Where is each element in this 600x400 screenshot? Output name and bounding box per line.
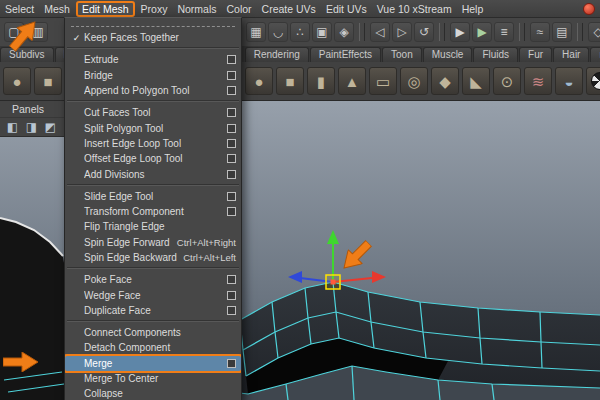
- snap-to-curves-icon[interactable]: ◡: [268, 22, 288, 42]
- shelf-poly-torus-icon[interactable]: ◎: [400, 67, 428, 95]
- menu-bar-corner-icon[interactable]: [583, 3, 595, 15]
- layout-top-pane-icon[interactable]: ◩: [43, 121, 58, 133]
- ipr-render-icon[interactable]: ▶: [472, 22, 492, 42]
- shelf-poly-soccer-icon[interactable]: ◒: [555, 67, 583, 95]
- texture-view-icon[interactable]: ▤: [552, 22, 572, 42]
- menu-item-bridge[interactable]: Bridge: [65, 68, 241, 83]
- option-box-icon[interactable]: [227, 359, 236, 368]
- menu-item-spin-edge-forward[interactable]: Spin Edge ForwardCtrl+Alt+Right: [65, 235, 241, 250]
- option-box-icon[interactable]: [227, 170, 236, 179]
- construction-history-icon[interactable]: ↺: [414, 22, 434, 42]
- toolbar-grip[interactable]: [439, 23, 445, 41]
- menu-item-cut-faces-tool[interactable]: Cut Faces Tool: [65, 105, 241, 120]
- option-box-icon[interactable]: [227, 86, 236, 95]
- menu-bar-item-help[interactable]: Help: [457, 2, 489, 16]
- shelf-poly-sphere-icon[interactable]: ●: [3, 67, 31, 95]
- paint-effects-icon[interactable]: ≈: [530, 22, 550, 42]
- menu-item-split-polygon-tool[interactable]: Split Polygon Tool: [65, 120, 241, 135]
- menu-bar-item-create-uvs[interactable]: Create UVs: [257, 2, 321, 16]
- shelf-tab-painteffects[interactable]: PaintEffects: [310, 47, 381, 62]
- menu-bar-item-edit-mesh[interactable]: Edit Mesh: [76, 1, 135, 17]
- menu-item-keep-faces-together[interactable]: ✓Keep Faces Together: [65, 30, 241, 45]
- menu-bar-item-select[interactable]: Select: [0, 2, 39, 16]
- input-connections-icon[interactable]: ◁: [370, 22, 390, 42]
- option-box-icon[interactable]: [227, 124, 236, 133]
- menu-item-transform-component[interactable]: Transform Component: [65, 204, 241, 219]
- shelf-tab-muscle[interactable]: Muscle: [423, 47, 473, 62]
- menu-item-poke-face[interactable]: Poke Face: [65, 272, 241, 287]
- shelf-poly-pyramid-icon[interactable]: ◣: [462, 67, 490, 95]
- menu-item-spin-edge-backward[interactable]: Spin Edge BackwardCtrl+Alt+Left: [65, 250, 241, 265]
- shelf-checker-sphere-icon[interactable]: [586, 67, 600, 95]
- option-box-icon[interactable]: [227, 291, 236, 300]
- layout-two-pane-icon[interactable]: ◨: [24, 121, 39, 133]
- menu-item-wedge-face[interactable]: Wedge Face: [65, 287, 241, 302]
- menu-item-label: Poke Face: [84, 274, 221, 285]
- menu-bar-item-vue-10-xstream[interactable]: Vue 10 xStream: [372, 2, 457, 16]
- menu-item-flip-triangle-edge[interactable]: Flip Triangle Edge: [65, 219, 241, 234]
- shelf-poly-pipe-icon[interactable]: ⊙: [493, 67, 521, 95]
- toolbar-grip[interactable]: [359, 23, 365, 41]
- option-box-icon[interactable]: [227, 275, 236, 284]
- option-box-icon[interactable]: [227, 108, 236, 117]
- shelf-tab-ncloth[interactable]: nCloth: [590, 47, 600, 62]
- menu-item-detach-component[interactable]: Detach Component: [65, 340, 241, 355]
- render-settings-icon[interactable]: ≡: [494, 22, 514, 42]
- menu-item-add-divisions[interactable]: Add Divisions: [65, 166, 241, 181]
- toolbox-icon[interactable]: ◇: [588, 22, 600, 42]
- menu-bar-item-mesh[interactable]: Mesh: [39, 2, 75, 16]
- shelf-poly-plane-icon[interactable]: ▭: [369, 67, 397, 95]
- menu-item-slide-edge-tool[interactable]: Slide Edge Tool: [65, 189, 241, 204]
- menu-item-offset-edge-loop-tool[interactable]: Offset Edge Loop Tool: [65, 151, 241, 166]
- menu-bar-item-proxy[interactable]: Proxy: [136, 2, 173, 16]
- snap-to-points-icon[interactable]: ∴: [290, 22, 310, 42]
- option-box-icon[interactable]: [227, 207, 236, 216]
- shelf-poly-cone-icon[interactable]: ▲: [338, 67, 366, 95]
- shelf-tab-subdivs[interactable]: Subdivs: [0, 47, 54, 62]
- menu-bar-item-edit-uvs[interactable]: Edit UVs: [321, 2, 372, 16]
- shelf-tab-hair[interactable]: Hair: [553, 47, 589, 62]
- menu-item-connect-components[interactable]: Connect Components: [65, 325, 241, 340]
- shelf-tab-rendering[interactable]: Rendering: [245, 47, 309, 62]
- toolbar-grip[interactable]: [519, 23, 525, 41]
- shelf-poly-cylinder-icon[interactable]: ▮: [307, 67, 335, 95]
- menu-item-collapse[interactable]: Collapse: [65, 386, 241, 400]
- layout-single-pane-icon[interactable]: ◧: [5, 121, 20, 133]
- checkmark-icon: ✓: [69, 33, 84, 43]
- option-box-icon[interactable]: [227, 71, 236, 80]
- render-current-frame-icon[interactable]: ▶: [450, 22, 470, 42]
- menu-item-extrude[interactable]: Extrude: [65, 52, 241, 67]
- menu-item-merge[interactable]: Merge: [65, 356, 241, 371]
- shelf-tab-fluids[interactable]: Fluids: [473, 47, 518, 62]
- edit-mesh-menu: ✓Keep Faces TogetherExtrudeBridgeAppend …: [64, 17, 242, 400]
- menu-item-append-to-polygon-tool[interactable]: Append to Polygon Tool: [65, 83, 241, 98]
- menu-item-merge-to-center[interactable]: Merge To Center: [65, 371, 241, 386]
- option-box-icon[interactable]: [227, 192, 236, 201]
- option-box-icon[interactable]: [227, 154, 236, 163]
- shelf-tab-fur[interactable]: Fur: [519, 47, 552, 62]
- menu-bar-item-normals[interactable]: Normals: [172, 2, 221, 16]
- shelf-poly-prism-icon[interactable]: ◆: [431, 67, 459, 95]
- option-box-icon[interactable]: [227, 55, 236, 64]
- shelf-poly-helix-icon[interactable]: ≋: [524, 67, 552, 95]
- menu-item-label: Detach Component: [84, 342, 236, 353]
- shelf-poly-cube-icon[interactable]: ■: [276, 67, 304, 95]
- snap-to-grids-icon[interactable]: ▦: [246, 22, 266, 42]
- panels-menu-item[interactable]: Panels: [12, 103, 44, 115]
- shelf-poly-cube-icon[interactable]: ■: [34, 67, 62, 95]
- output-connections-icon[interactable]: ▷: [392, 22, 412, 42]
- snap-to-view-planes-icon[interactable]: ▣: [312, 22, 332, 42]
- make-live-icon[interactable]: ◈: [334, 22, 354, 42]
- shelf-tab-toon[interactable]: Toon: [382, 47, 422, 62]
- menu-tearoff-handle[interactable]: [71, 21, 235, 27]
- menu-item-duplicate-face[interactable]: Duplicate Face: [65, 303, 241, 318]
- option-box-icon[interactable]: [227, 139, 236, 148]
- shelf-poly-sphere-icon[interactable]: ●: [245, 67, 273, 95]
- option-box-icon[interactable]: [227, 306, 236, 315]
- toolbar-grip[interactable]: [577, 23, 583, 41]
- annotation-arrow-merge: [3, 352, 39, 372]
- menu-item-label: Offset Edge Loop Tool: [84, 153, 221, 164]
- menu-item-insert-edge-loop-tool[interactable]: Insert Edge Loop Tool: [65, 136, 241, 151]
- menu-bar-item-color[interactable]: Color: [222, 2, 257, 16]
- selected-vertex[interactable]: [331, 280, 336, 285]
